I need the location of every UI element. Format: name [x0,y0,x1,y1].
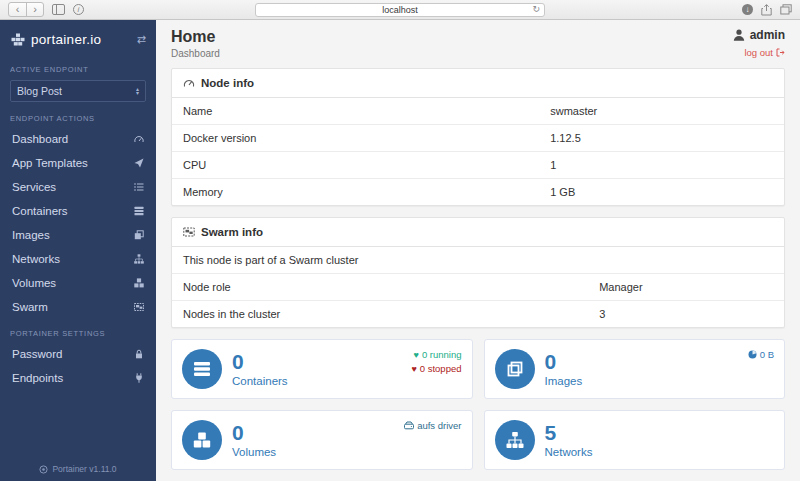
table-row: Node roleManager [172,274,784,301]
share-icon[interactable] [761,4,772,16]
table-row: Memory1 GB [172,179,784,206]
forward-icon[interactable]: › [26,3,43,16]
networks-label: Networks [545,446,593,458]
swarm-info-table: Node roleManager Nodes in the cluster3 [172,274,784,327]
version-footer: Portainer v1.11.0 [0,464,156,474]
volumes-driver: aufs driver [404,420,461,431]
tile-grid: 0 Containers ♥ 0 running ♥ 0 stopped [171,339,785,470]
endpoint-select-value: Blog Post [17,85,62,97]
heartbeat-green-icon: ♥ [414,350,419,360]
sidebar-item-dashboard[interactable]: Dashboard [0,127,156,151]
sidebar-item-volumes[interactable]: Volumes [0,271,156,295]
panel-title: Swarm info [201,226,263,238]
sidebar-item-label: App Templates [12,157,88,169]
list-icon [134,182,144,192]
main-content: Home Dashboard admin log out Node info [156,20,800,481]
sidebar-item-label: Dashboard [12,133,68,145]
page-header: Home Dashboard admin log out [171,28,785,60]
heartbeat-red-icon: ♥ [411,364,416,374]
swarm-info-panel: Swarm info This node is part of a Swarm … [171,217,785,328]
active-endpoint-label: ACTIVE ENDPOINT [0,55,156,78]
sidebar-item-label: Services [12,181,56,193]
browser-chrome: ‹ › i localhost ↻ ↓ [0,0,800,20]
server-icon [134,206,144,216]
sidebar-item-label: Containers [12,205,68,217]
address-bar[interactable]: localhost ↻ [255,3,545,17]
plug-icon [134,373,144,383]
lock-icon [134,349,144,359]
swarm-info-header: Swarm info [172,218,784,247]
pie-chart-icon [748,350,757,359]
containers-label: Containers [232,375,288,387]
containers-icon [182,349,222,389]
sidebar-item-containers[interactable]: Containers [0,199,156,223]
endpoint-actions-label: ENDPOINT ACTIONS [0,104,156,127]
node-info-header: Node info [172,69,784,98]
url-text: localhost [382,5,418,15]
images-label: Images [545,375,583,387]
portainer-settings-label: PORTAINER SETTINGS [0,319,156,342]
images-tile[interactable]: 0 Images 0 B [484,339,786,399]
sidebar-item-services[interactable]: Services [0,175,156,199]
settings-menu: Password Endpoints [0,342,156,390]
reader-info-icon[interactable]: i [73,4,84,15]
user-icon [732,28,746,42]
logout-link[interactable]: log out [744,47,785,58]
networks-tile[interactable]: 5 Networks [484,410,786,470]
table-row: Docker version1.12.5 [172,125,784,152]
clone-icon [134,230,144,240]
back-icon[interactable]: ‹ [9,3,26,16]
user-box: admin log out [732,28,785,60]
breadcrumb: Dashboard [171,48,220,59]
portainer-logo-icon [10,33,26,47]
table-row: CPU1 [172,152,784,179]
running-count: ♥ 0 running [411,349,461,360]
endpoint-select[interactable]: Blog Post ▴▾ [10,80,146,102]
version-text: Portainer v1.11.0 [52,464,116,474]
images-count: 0 [545,351,583,372]
node-info-panel: Node info Nameswmaster Docker version1.1… [171,68,785,206]
sidebar-item-swarm[interactable]: Swarm [0,295,156,319]
sitemap-icon [134,254,144,264]
sidebar-item-label: Networks [12,253,60,265]
page-title: Home [171,28,220,46]
volumes-tile[interactable]: 0 Volumes aufs driver [171,410,473,470]
sidebar-item-label: Swarm [12,301,48,313]
sidebar-item-label: Password [12,348,63,360]
swarm-note: This node is part of a Swarm cluster [172,247,784,274]
volumes-icon [182,420,222,460]
portainer-logo[interactable]: portainer.io ⇄ [0,20,156,55]
sidebar-item-images[interactable]: Images [0,223,156,247]
sign-out-icon [776,48,785,57]
logo-text: portainer.io [31,32,101,47]
images-icon [495,349,535,389]
downloads-icon[interactable]: ↓ [742,4,753,15]
sidebar-item-label: Endpoints [12,372,63,384]
table-row: Nodes in the cluster3 [172,301,784,328]
volumes-count: 0 [232,422,276,443]
sidebar-collapse-icon[interactable]: ⇄ [137,33,146,46]
endpoint-menu: Dashboard App Templates Services Contain… [0,127,156,319]
volumes-label: Volumes [232,446,276,458]
node-info-table: Nameswmaster Docker version1.12.5 CPU1 M… [172,98,784,205]
sidebar-item-app-templates[interactable]: App Templates [0,151,156,175]
sidebar-item-label: Volumes [12,277,56,289]
tachometer-icon [183,77,195,89]
refresh-icon[interactable]: ↻ [532,4,540,14]
sidebar-item-password[interactable]: Password [0,342,156,366]
object-group-icon [183,226,195,238]
images-size: 0 B [748,349,774,360]
sidebar-toggle-icon[interactable] [52,4,65,15]
tachometer-icon [134,134,144,144]
containers-tile[interactable]: 0 Containers ♥ 0 running ♥ 0 stopped [171,339,473,399]
object-group-icon [134,302,144,312]
panel-title: Node info [201,77,254,89]
sidebar-item-endpoints[interactable]: Endpoints [0,366,156,390]
portainer-mark-icon [39,465,48,474]
table-row: Nameswmaster [172,98,784,125]
sidebar: portainer.io ⇄ ACTIVE ENDPOINT Blog Post… [0,20,156,481]
tab-overview-icon[interactable] [780,4,792,15]
networks-icon [495,420,535,460]
cubes-icon [134,278,144,288]
sidebar-item-networks[interactable]: Networks [0,247,156,271]
